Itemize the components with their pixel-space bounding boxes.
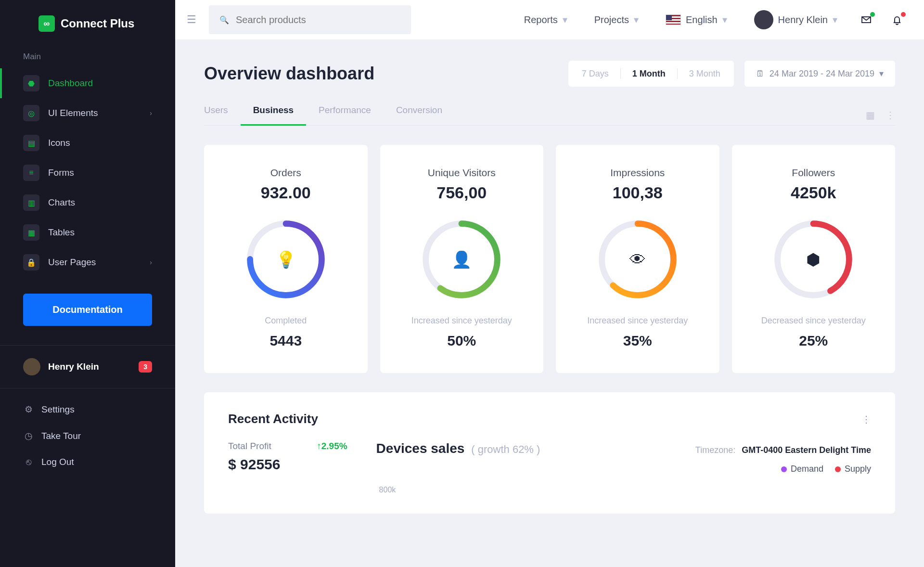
brand-logo-icon: ∞ <box>38 15 55 32</box>
user-name: Henry Klein <box>778 14 828 26</box>
card-icon: 👤 <box>421 219 502 300</box>
stat-card: Unique Visitors 756,00 👤 Increased since… <box>380 145 544 373</box>
tab-users[interactable]: Users <box>204 105 241 125</box>
sidebar-item-logout[interactable]: ⎋ Log Out <box>23 450 152 474</box>
card-subtitle: Decreased since yesterday <box>746 316 881 326</box>
lock-icon: 🔒 <box>23 254 39 271</box>
status-dot <box>870 12 875 17</box>
mail-button[interactable] <box>856 13 877 26</box>
top-link-label: Reports <box>524 14 558 26</box>
devices-title: Devices sales <box>376 441 465 456</box>
timezone-label: Timezone: <box>695 445 735 455</box>
recent-activity-card: Recent Activity ⋮ Total Profit ↑2.95% $ … <box>204 392 895 514</box>
sidebar-item-charts[interactable]: ▥ Charts <box>0 188 175 218</box>
sidebar-item-tables[interactable]: ▦ Tables <box>0 218 175 247</box>
sidebar-section-label: Main <box>0 46 175 68</box>
total-profit-block: Total Profit ↑2.95% $ 92556 <box>228 441 347 494</box>
date-range-label: 24 Mar 2019 - 24 Mar 2019 <box>770 69 874 79</box>
stat-card: Orders 932.00 💡 Completed 5443 <box>204 145 368 373</box>
divider <box>620 68 621 79</box>
chart-icon: ▥ <box>23 194 39 211</box>
period-option-1month[interactable]: 1 Month <box>632 69 666 79</box>
topbar: ☰ 🔍 Reports ▾ Projects ▾ English ▾ Hen <box>175 0 924 39</box>
search-input[interactable] <box>236 14 400 26</box>
card-value: 4250k <box>746 183 881 202</box>
card-subvalue: 35% <box>570 333 705 349</box>
chevron-down-icon: ▾ <box>722 14 727 26</box>
notification-badge: 3 <box>139 361 152 373</box>
top-link-label: Projects <box>594 14 629 26</box>
search-box[interactable]: 🔍 <box>209 5 411 34</box>
chevron-down-icon: ▾ <box>634 14 639 26</box>
card-title: Orders <box>218 167 353 179</box>
more-vertical-icon[interactable]: ⋮ <box>861 413 871 425</box>
grid-view-icon[interactable]: ▦ <box>866 109 875 121</box>
devices-growth: ( growth 62% ) <box>471 443 540 456</box>
card-subvalue: 50% <box>395 333 529 349</box>
gear-icon: ⚙ <box>23 404 34 415</box>
card-subtitle: Increased since yesterday <box>570 316 705 326</box>
sidebar-footer: ⚙ Settings ◷ Take Tour ⎋ Log Out <box>0 388 175 483</box>
period-option-7days[interactable]: 7 Days <box>582 69 609 79</box>
card-value: 756,00 <box>395 183 529 202</box>
chevron-right-icon: › <box>150 109 152 117</box>
user-dropdown[interactable]: Henry Klein ▾ <box>745 10 846 29</box>
sidebar-item-uielements[interactable]: ◎ UI Elements › <box>0 98 175 128</box>
avatar <box>754 10 773 29</box>
language-dropdown[interactable]: English ▾ <box>657 14 736 26</box>
brand-name: Connect Plus <box>61 17 134 30</box>
flag-usa-icon <box>666 14 681 25</box>
sidebar-nav: ⬣ Dashboard ◎ UI Elements › ▤ Icons ≡ Fo… <box>0 68 175 277</box>
save-icon: ▤ <box>23 135 39 151</box>
sidebar-profile[interactable]: Henry Klein 3 <box>0 345 175 388</box>
content: Overview dashboard 7 Days 1 Month 3 Mont… <box>175 39 924 567</box>
tab-conversion[interactable]: Conversion <box>384 105 455 125</box>
calendar-icon: 🗓 <box>756 69 765 79</box>
documentation-button[interactable]: Documentation <box>23 294 152 326</box>
card-icon: 👁 <box>597 219 679 300</box>
sidebar-item-label: Icons <box>48 138 70 148</box>
sidebar-item-dashboard[interactable]: ⬣ Dashboard <box>0 68 175 98</box>
profit-label: Total Profit <box>228 441 271 451</box>
more-vertical-icon[interactable]: ⋮ <box>886 109 895 121</box>
card-icon: 💡 <box>245 219 327 300</box>
chevron-down-icon: ▾ <box>563 14 567 26</box>
date-range-picker[interactable]: 🗓 24 Mar 2019 - 24 Mar 2019 ▾ <box>744 61 895 87</box>
card-title: Impressions <box>570 167 705 179</box>
card-value: 932.00 <box>218 183 353 202</box>
menu-toggle-icon[interactable]: ☰ <box>184 11 199 29</box>
reports-dropdown[interactable]: Reports ▾ <box>515 14 576 26</box>
tabs: Users Business Performance Conversion ▦ … <box>204 105 895 126</box>
sidebar-item-label: Charts <box>48 197 75 208</box>
profit-value: $ 92556 <box>228 456 347 473</box>
notifications-button[interactable] <box>886 13 908 26</box>
sidebar-item-label: Take Tour <box>41 431 81 441</box>
card-title: Unique Visitors <box>395 167 529 179</box>
page-title: Overview dashboard <box>204 64 374 84</box>
legend-item-demand: Demand <box>781 464 823 474</box>
sidebar-item-label: Tables <box>48 227 75 238</box>
divider <box>677 68 678 79</box>
profile-name: Henry Klein <box>48 361 99 372</box>
gauge-icon: ◷ <box>23 430 34 441</box>
sidebar-item-taketour[interactable]: ◷ Take Tour <box>23 424 152 448</box>
chevron-down-icon: ▾ <box>833 14 837 26</box>
card-value: 100,38 <box>570 183 705 202</box>
tab-performance[interactable]: Performance <box>306 105 384 125</box>
projects-dropdown[interactable]: Projects ▾ <box>586 14 647 26</box>
sidebar-item-settings[interactable]: ⚙ Settings <box>23 397 152 422</box>
devices-sales-block: Devices sales ( growth 62% ) Timezone: G… <box>376 441 871 494</box>
tab-business[interactable]: Business <box>241 105 306 125</box>
chart-legend: Demand Supply <box>376 464 871 474</box>
brand[interactable]: ∞ Connect Plus <box>0 0 175 46</box>
legend-item-supply: Supply <box>835 464 871 474</box>
language-label: English <box>686 14 718 26</box>
sidebar-item-userpages[interactable]: 🔒 User Pages › <box>0 247 175 277</box>
card-title: Followers <box>746 167 881 179</box>
period-option-3month[interactable]: 3 Month <box>689 69 720 79</box>
search-icon: 🔍 <box>219 15 229 25</box>
sidebar-item-label: Dashboard <box>48 78 93 89</box>
sidebar-item-label: Forms <box>48 168 74 178</box>
sidebar-item-icons[interactable]: ▤ Icons <box>0 128 175 158</box>
sidebar-item-forms[interactable]: ≡ Forms <box>0 158 175 188</box>
